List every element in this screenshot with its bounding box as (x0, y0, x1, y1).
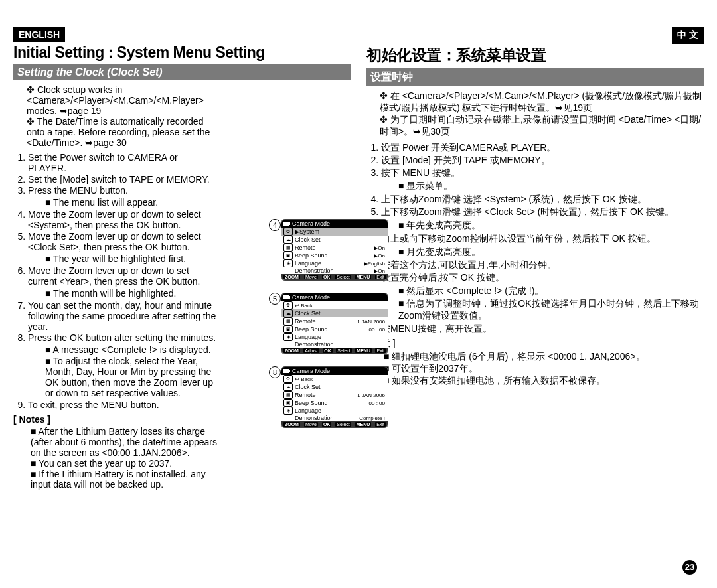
svg-rect-4 (283, 369, 289, 373)
cn-sub: 年先变成高亮度。 (398, 220, 704, 232)
subtitle-en: Setting the Clock (Clock Set) (13, 64, 351, 80)
camera-screen-8: Camera Mode ✿↩ Back ☁Clock Set ▦Remote1 … (281, 366, 388, 428)
cn-step: 设置完分钟后,按下 OK 按键。 然后显示 <Complete !> (完成 !… (381, 272, 704, 322)
step-marker-8: 8 (269, 366, 281, 378)
camera-screen-5: Camera Mode ✿↩ Back ☁Clock Set ▦Remote1 … (281, 293, 388, 354)
cn-bullet: 为了日期时间自动记录在磁带上,录像前请设置日期时间 <Date/Time> <日… (380, 114, 704, 138)
svg-rect-2 (283, 295, 289, 299)
en-step: Set the Power switch to CAMERA or PLAYER… (28, 152, 218, 173)
en-sub: The year will be highlighted first. (45, 254, 218, 264)
title-en: Initial Setting : System Menu Setting (13, 44, 351, 62)
cn-sub: 显示菜单。 (398, 181, 704, 192)
cn-note: 纽扣锂电池没电后 (6个月后)，将显示 <00:00 1. JAN,2006>。 (384, 351, 704, 363)
en-step: Move the Zoom lever up or down to select… (28, 209, 218, 230)
lang-cn-badge: 中 文 (672, 27, 704, 44)
en-step: Move the Zoom lever up or down to set cu… (28, 265, 218, 299)
en-sub: The month will be highlighted. (45, 288, 218, 299)
cn-step: 按MENU按键，离开设置。 (381, 323, 704, 335)
cn-note: 如果没有安装纽扣锂电池，所有输入数据不被保存。 (384, 375, 704, 387)
cn-bullet: 在 <Camera>/<Player>/<M.Cam>/<M.Player> (… (380, 90, 704, 114)
lang-en-badge: ENGLISH (13, 27, 65, 42)
cn-step: 按下 MENU 按键。 显示菜单。 (381, 167, 704, 192)
en-notes-title: [ Notes ] (13, 414, 218, 425)
camera-screen-4: Camera Mode ✿▶System ☁Clock Set ▦Remote▶… (281, 219, 388, 281)
en-note: After the Lithium Battery loses its char… (31, 426, 218, 458)
cn-sub: 信息为了调整时钟，通过按OK按键选择年月日小时分钟，然后上下移动 Zoom滑键设… (398, 298, 704, 322)
en-step: Press the OK button after setting the mi… (28, 332, 218, 398)
subtitle-cn: 设置时钟 (366, 68, 704, 86)
svg-rect-3 (289, 296, 290, 299)
en-note: You can set the year up to 2037. (31, 458, 218, 469)
en-bullet: Clock setup works in <Camera>/<Player>/<… (27, 84, 218, 116)
cn-note: 可设置年到2037年。 (384, 363, 704, 375)
cn-step: 按着这个方法,可以设置月,年,小时和分钟。 (381, 259, 704, 271)
en-sub: A message <Complete !> is displayed. (45, 344, 218, 355)
en-step: To exit, press the MENU button. (28, 400, 218, 410)
en-step: Press the MENU button. The menu list wil… (28, 185, 218, 208)
page-number: 23 (682, 560, 697, 575)
en-step: Move the Zoom lever up or down to select… (28, 231, 218, 264)
camera-screenshots: 4 Camera Mode ✿▶System ☁Clock Set ▦Remot… (281, 219, 395, 440)
cn-sub: 月先变成高亮度。 (398, 246, 704, 258)
cn-step: 上下移动Zoom滑键 选择 <System> (系统)，然后按下 OK 按键。 (381, 194, 704, 206)
cn-notes-title: [ 注意 ] (366, 338, 704, 350)
en-sub: To adjust the clock, select the Year, Mo… (45, 356, 218, 398)
en-sub: The menu list will appear. (45, 197, 218, 208)
en-bullet: The Date/Time is automatically recorded … (27, 116, 218, 148)
title-cn: 初始化设置：系统菜单设置 (366, 45, 704, 66)
step-marker-4: 4 (269, 219, 281, 231)
cn-step: 向上或向下移动Zoom控制杆以设置当前年份，然后按下 OK 按钮。 月先变成高亮… (381, 233, 704, 258)
svg-rect-5 (289, 370, 290, 372)
en-note: If the Lithium Battery is not installed,… (31, 469, 218, 490)
gear-icon: ✿ (283, 228, 293, 236)
cn-step: 设置 [Mode] 开关到 TAPE 或MEMORY。 (381, 155, 704, 167)
cn-step: 设置 Power 开关到CAMERA或 PLAYER。 (381, 142, 704, 154)
en-step: Set the [Mode] switch to TAPE or MEMORY. (28, 174, 218, 184)
svg-rect-0 (283, 222, 289, 226)
cn-step: 上下移动Zoom滑键 选择 <Clock Set> (时钟设置)，然后按下 OK… (381, 206, 704, 232)
svg-rect-1 (289, 222, 290, 225)
cn-sub: 然后显示 <Complete !> (完成 !)。 (398, 285, 704, 297)
en-step: You can set the month, day, hour and min… (28, 300, 218, 332)
step-marker-5: 5 (269, 293, 281, 305)
